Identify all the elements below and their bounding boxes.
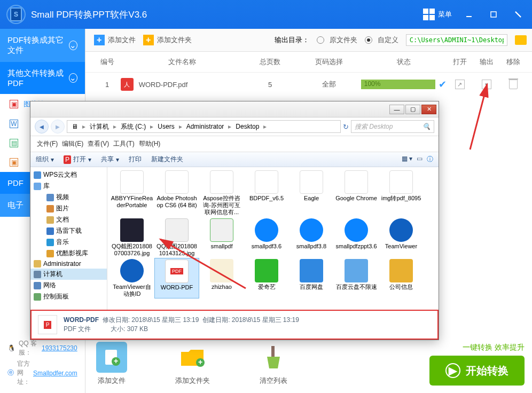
pdf-icon: P xyxy=(38,315,57,334)
radio-original-folder[interactable]: 原文件夹 xyxy=(317,35,357,45)
browse-folder-button[interactable] xyxy=(515,35,527,45)
file-item[interactable]: zhizhao xyxy=(199,258,244,298)
file-name: WORD-PDF.pdf xyxy=(139,81,188,89)
file-item[interactable]: 百度网盘 xyxy=(289,258,334,298)
menu-edit[interactable]: 编辑(E) xyxy=(61,138,84,150)
plus-icon: + xyxy=(94,35,105,45)
file-details-panel: P WORD-PDF 修改日期: 2018\8\15 星期三 13:19 创建日… xyxy=(30,310,439,340)
add-folder-big-button[interactable]: + 添加文件夹 xyxy=(175,342,210,386)
qq-link[interactable]: 1933175230 xyxy=(42,344,77,352)
file-item[interactable]: smallpdf3.6 xyxy=(244,217,289,258)
tree-item[interactable]: 控制面板 xyxy=(30,291,107,302)
excel-icon: ▤ xyxy=(10,139,18,147)
col-remove: 移除 xyxy=(500,57,527,67)
output-path-input[interactable] xyxy=(406,34,507,46)
dialog-minimize-button[interactable]: — xyxy=(389,105,404,114)
radio-custom-folder[interactable]: 自定义 xyxy=(365,35,398,45)
sidebar-group-other-to-pdf[interactable]: 其他文件转换成PDF ⌄ xyxy=(0,62,85,94)
file-item[interactable]: QQ截图20180807003726.jpg xyxy=(109,217,154,258)
maximize-button[interactable] xyxy=(486,7,501,22)
file-item[interactable]: QQ截图20180810143125.jpg xyxy=(154,217,199,258)
file-item[interactable]: Aspose控件咨询-苏州图可互联网信息有... xyxy=(199,169,244,217)
menu-file[interactable]: 文件(F) xyxy=(36,138,59,150)
new-folder-button[interactable]: 新建文件夹 xyxy=(151,155,183,164)
breadcrumb[interactable]: 🖥▸ 计算机▸ 系统 (C:)▸ Users▸ Administrator▸ D… xyxy=(67,120,341,133)
file-item[interactable]: Eagle xyxy=(289,169,334,217)
add-folder-button[interactable]: + 添加文件夹 xyxy=(143,35,192,45)
col-filename: 文件名称 xyxy=(121,57,244,67)
file-item[interactable]: smallpdf3.8 xyxy=(289,217,334,258)
menu-help[interactable]: 帮助(H) xyxy=(138,138,162,150)
tree-item[interactable]: 音乐 xyxy=(30,237,107,248)
forward-button[interactable]: ► xyxy=(51,120,65,133)
file-item[interactable]: Adobe Photoshop CS6 (64 Bit) xyxy=(154,169,199,217)
menu-button[interactable]: 菜单 xyxy=(423,9,452,20)
menu-tools[interactable]: 工具(T) xyxy=(112,138,135,150)
col-range: 页码选择 xyxy=(297,57,361,67)
col-status: 状态 xyxy=(361,57,447,67)
preview-button[interactable]: ▭ xyxy=(417,155,423,164)
word-icon: W xyxy=(10,120,18,128)
tree-item[interactable]: 网络 xyxy=(30,280,107,291)
svg-text:+: + xyxy=(198,358,202,366)
tree-item[interactable]: 文档 xyxy=(30,214,107,225)
file-item[interactable]: PDFWORD-PDF xyxy=(154,258,199,298)
output-button[interactable]: ▾ xyxy=(482,80,491,89)
file-item[interactable]: ABBYYFineReaderPortable xyxy=(109,169,154,217)
add-file-big-button[interactable]: + 添加文件 xyxy=(96,342,127,386)
clear-list-button[interactable]: 清空列表 xyxy=(258,342,289,386)
back-button[interactable]: ◄ xyxy=(35,120,49,133)
col-open: 打开 xyxy=(447,57,473,67)
start-convert-button[interactable]: ▶ 开始转换 xyxy=(429,356,525,386)
app-logo-icon: S xyxy=(6,5,26,24)
tree-item[interactable]: 视频 xyxy=(30,192,107,203)
tagline: 一键转换 效率提升 xyxy=(429,343,525,352)
sidebar-group-pdf-to-other[interactable]: PDF转换成其它文件 ⌄ xyxy=(0,29,85,62)
organize-button[interactable]: 组织 ▾ xyxy=(36,155,54,164)
tree-item[interactable]: 图片 xyxy=(30,203,107,214)
file-item[interactable]: smallpdfzppt3.6 xyxy=(334,217,379,258)
view-button[interactable]: ▦ ▾ xyxy=(402,155,412,164)
add-file-button[interactable]: + 添加文件 xyxy=(94,35,136,45)
tree-item[interactable]: Administrator xyxy=(30,259,107,269)
grid-icon xyxy=(423,9,435,20)
check-icon: ✔ xyxy=(439,78,447,90)
output-dir-label: 输出目录： xyxy=(275,35,309,45)
site-link[interactable]: Smallpdfer.com xyxy=(33,370,77,377)
open-button[interactable]: ↗ xyxy=(455,80,465,89)
qq-icon: 🐧 xyxy=(7,344,15,352)
file-item[interactable]: Google Chrome xyxy=(334,169,379,217)
play-icon: ▶ xyxy=(445,363,460,378)
share-button[interactable]: 共享 ▾ xyxy=(101,155,119,164)
open-button[interactable]: P 打开 ▾ xyxy=(64,155,91,164)
tree-item[interactable]: 迅雷下载 xyxy=(30,225,107,237)
svg-rect-9 xyxy=(271,346,275,357)
close-button[interactable] xyxy=(511,7,526,22)
file-item[interactable]: img转pdf_8095 xyxy=(379,169,424,217)
print-button[interactable]: 打印 xyxy=(129,155,142,164)
app-title: Small PDF转换PPT软件V3.6 xyxy=(31,9,423,21)
remove-button[interactable] xyxy=(509,80,518,89)
file-item[interactable]: 公司信息 xyxy=(379,258,424,298)
refresh-button[interactable]: ↻ xyxy=(343,123,349,131)
ie-icon: ⓔ xyxy=(7,368,14,378)
file-item[interactable]: BDPDF_v6.5 xyxy=(244,169,289,217)
search-input[interactable]: 搜索 Desktop 🔍 xyxy=(351,120,434,133)
col-pages: 总页数 xyxy=(244,57,297,67)
menu-view[interactable]: 查看(V) xyxy=(87,138,110,150)
file-item[interactable]: 百度云盘不限速 xyxy=(334,258,379,298)
file-item[interactable]: TeamViewer自动换ID xyxy=(109,258,154,298)
tree-item[interactable]: 计算机 xyxy=(30,269,107,280)
minimize-button[interactable] xyxy=(461,7,476,22)
col-number: 编号 xyxy=(94,57,121,67)
file-item[interactable]: smallpdf xyxy=(199,217,244,258)
tree-item[interactable]: 库 xyxy=(30,180,107,192)
tree-item[interactable]: WPS云文档 xyxy=(30,169,107,180)
file-item[interactable]: 爱奇艺 xyxy=(244,258,289,298)
file-item[interactable]: TeamViewer xyxy=(379,217,424,258)
progress-bar: 100% xyxy=(361,80,435,89)
dialog-maximize-button[interactable]: ▢ xyxy=(405,105,420,114)
dialog-close-button[interactable]: ✕ xyxy=(421,105,436,114)
help-button[interactable]: ⓘ xyxy=(427,155,433,164)
tree-item[interactable]: 优酷影视库 xyxy=(30,248,107,259)
